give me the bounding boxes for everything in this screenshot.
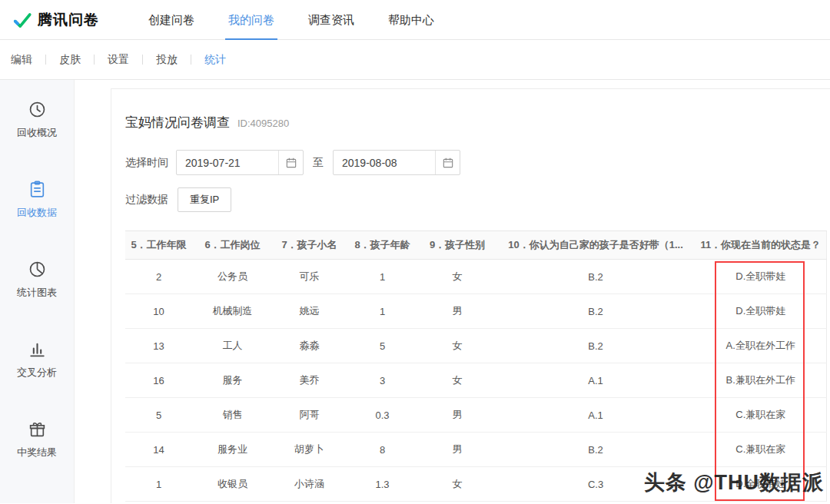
bar-chart-icon (28, 340, 47, 359)
sidebar-item-label: 统计图表 (17, 286, 57, 300)
content-card: 宝妈情况问卷调查 ID:4095280 选择时间 2019-07-21 至 20… (111, 88, 830, 503)
table-cell: 机械制造 (192, 294, 273, 329)
table-cell: B.2 (496, 260, 696, 294)
calendar-icon[interactable] (435, 151, 460, 174)
table-header-cell: 7．孩子小名 (273, 231, 346, 260)
table-cell: A.1 (496, 363, 696, 398)
table-cell: 1 (346, 294, 419, 329)
table-cell: 1 (346, 260, 419, 294)
gift-icon (28, 419, 47, 439)
table-cell: 女 (419, 363, 496, 398)
table-cell: D.全职带娃 (696, 260, 826, 294)
table-cell: 3 (346, 363, 419, 398)
table-cell: 销售 (192, 398, 273, 433)
checkmark-logo-icon (12, 10, 32, 30)
table-cell: 可乐 (273, 260, 346, 294)
table-row: 13工人淼淼5女B.2A.全职在外工作 (125, 329, 826, 363)
table-body: 2公务员可乐1女B.2D.全职带娃10机械制造姚远1男B.2D.全职带娃13工人… (125, 260, 826, 502)
tab-edit[interactable]: 编辑 (9, 53, 45, 67)
nav-help-center[interactable]: 帮助中心 (371, 0, 451, 40)
table-cell: 女 (419, 260, 496, 294)
sidebar-item-label: 回收概况 (17, 126, 57, 140)
table-cell: C.兼职在家 (696, 433, 826, 467)
sidebar-item-statistics-charts[interactable]: 统计图表 (17, 260, 57, 300)
table-row: 2公务员可乐1女B.2D.全职带娃 (125, 260, 826, 294)
start-date-value: 2019-07-21 (177, 157, 241, 169)
table-cell: 女 (419, 329, 496, 363)
pie-chart-icon (28, 260, 47, 279)
sidebar-item-recycle-data[interactable]: 回收数据 (17, 180, 57, 220)
table-cell: 14 (125, 433, 192, 467)
app-logo[interactable]: 腾讯问卷 (12, 10, 99, 30)
table-cell: 美乔 (273, 363, 346, 398)
table-cell: B.2 (496, 329, 696, 363)
table-cell: 10 (125, 294, 192, 329)
table-cell: A.全职在外工作 (696, 329, 826, 363)
app-title: 腾讯问卷 (38, 10, 99, 30)
table-cell: 5 (125, 398, 192, 433)
table-cell: B.兼职在外工作 (696, 363, 826, 398)
table-cell: D.全职带娃 (696, 294, 826, 329)
data-filter-label: 过滤数据 (125, 193, 168, 207)
table-cell: 胡萝卜 (273, 433, 346, 467)
survey-id: ID:4095280 (237, 118, 289, 129)
table-cell: 工人 (192, 329, 273, 363)
table-header-cell: 6．工作岗位 (192, 231, 273, 260)
nav-create-survey[interactable]: 创建问卷 (131, 0, 211, 40)
start-date-input[interactable]: 2019-07-21 (176, 150, 304, 175)
tab-settings[interactable]: 设置 (95, 53, 142, 67)
table-cell: 1 (125, 467, 192, 502)
end-date-input[interactable]: 2019-08-08 (333, 150, 460, 175)
table-row: 16服务美乔3女A.1B.兼职在外工作 (125, 363, 826, 398)
table-cell: 男 (419, 294, 496, 329)
sidebar-item-recycle-overview[interactable]: 回收概况 (17, 100, 57, 140)
tab-skin[interactable]: 皮肤 (46, 53, 94, 67)
clock-icon (28, 100, 47, 119)
table-cell: 阿哥 (273, 398, 346, 433)
table-header-row: 5．工作年限6．工作岗位7．孩子小名8．孩子年龄9．孩子性别10．你认为自己家的… (125, 231, 826, 260)
table-cell: 小诗涵 (273, 467, 346, 502)
watermark-text: 头条 @THU数据派 (644, 469, 824, 496)
table-cell: 男 (419, 433, 496, 467)
data-filter-row: 过滤数据 重复IP (125, 187, 830, 212)
top-nav-items: 创建问卷 我的问卷 调查资讯 帮助中心 (131, 0, 451, 40)
clipboard-icon (28, 180, 47, 199)
table-cell: B.2 (496, 433, 696, 467)
table-cell: 8 (346, 433, 419, 467)
duplicate-ip-filter-button[interactable]: 重复IP (178, 187, 231, 212)
title-row: 宝妈情况问卷调查 ID:4095280 (125, 114, 830, 131)
table-cell: 0.3 (346, 398, 419, 433)
date-filter-label: 选择时间 (125, 156, 168, 170)
results-table: 5．工作年限6．工作岗位7．孩子小名8．孩子年龄9．孩子性别10．你认为自己家的… (125, 230, 827, 502)
table-cell: 公务员 (192, 260, 273, 294)
tab-deploy[interactable]: 投放 (143, 53, 191, 67)
sidebar-item-cross-analysis[interactable]: 交叉分析 (17, 340, 57, 380)
table-cell: B.2 (496, 294, 696, 329)
date-filter-row: 选择时间 2019-07-21 至 2019-08-08 (125, 150, 830, 175)
table-cell: A.1 (496, 398, 696, 433)
table-header-cell: 11．你现在当前的状态是？ (696, 231, 826, 260)
table-cell: 5 (346, 329, 419, 363)
main-content: 宝妈情况问卷调查 ID:4095280 选择时间 2019-07-21 至 20… (75, 80, 830, 503)
table-cell: 男 (419, 398, 496, 433)
nav-survey-news[interactable]: 调查资讯 (291, 0, 371, 40)
top-navbar: 腾讯问卷 创建问卷 我的问卷 调查资讯 帮助中心 (0, 0, 830, 40)
table-cell: 2 (125, 260, 192, 294)
table-cell: C.兼职在家 (696, 398, 826, 433)
table-row: 14服务业胡萝卜8男B.2C.兼职在家 (125, 433, 826, 467)
date-to-label: 至 (310, 156, 327, 170)
table-cell: 淼淼 (273, 329, 346, 363)
tab-statistics[interactable]: 统计 (191, 53, 239, 67)
page-title: 宝妈情况问卷调查 (125, 114, 230, 131)
table-header-cell: 8．孩子年龄 (346, 231, 419, 260)
calendar-icon[interactable] (278, 151, 303, 174)
table-cell: 13 (125, 329, 192, 363)
sidebar-item-prize-results[interactable]: 中奖结果 (17, 419, 57, 459)
table-header-cell: 10．你认为自己家的孩子是否好带（1... (496, 231, 696, 260)
sidebar-item-label: 回收数据 (17, 206, 57, 220)
sidebar-item-label: 交叉分析 (17, 366, 57, 380)
table-cell: 服务 (192, 363, 273, 398)
sub-navbar: 编辑 皮肤 设置 投放 统计 (0, 40, 830, 80)
nav-my-surveys[interactable]: 我的问卷 (211, 0, 291, 40)
sidebar-item-label: 中奖结果 (17, 446, 57, 459)
